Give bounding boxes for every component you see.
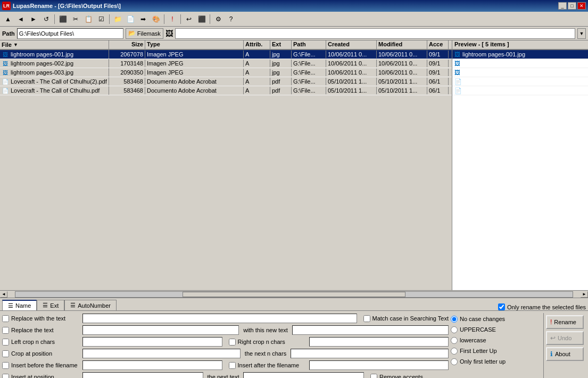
col-attrib[interactable]: Attrib. (244, 40, 270, 49)
tab-autonumber[interactable]: ☰ AutoNumber (64, 300, 117, 310)
toolbar-paste-button[interactable]: 📋 (82, 13, 94, 25)
rename-icon: ! (550, 318, 552, 326)
toolbar-select-button[interactable]: ☑ (95, 13, 107, 25)
col-acce[interactable]: Acce (427, 40, 449, 49)
path-dropdown-arrow[interactable]: ▼ (577, 28, 586, 39)
file-list-row[interactable]: 🖼 lightroom pages-002.jpg 1703148 Imagen… (0, 59, 452, 68)
scroll-right-button[interactable]: ► (581, 291, 588, 298)
replace-with-text-checkbox[interactable] (2, 315, 9, 322)
toolbar-color-button[interactable]: 🎨 (150, 13, 162, 25)
toolbar-undo2-button[interactable]: ↩ (183, 13, 195, 25)
left-crop-input[interactable] (82, 337, 222, 347)
col-modified[interactable]: Modified (377, 40, 427, 49)
insert-at-position-checkbox[interactable] (2, 374, 9, 379)
insert-before-checkbox[interactable] (2, 362, 9, 369)
toolbar-move-button[interactable]: ➡ (137, 13, 149, 25)
file-ext: pdf (270, 78, 292, 85)
col-ext[interactable]: Ext (270, 40, 292, 49)
toolbar-back-button[interactable]: ◄ (15, 13, 27, 25)
file-list-row[interactable]: 🖼 lightroom pages-001.jpg 2067078 Imagen… (0, 50, 452, 59)
tab-name-label: Name (15, 302, 31, 309)
lowercase-radio[interactable] (451, 337, 458, 344)
file-name: lightroom pages-002.jpg (11, 60, 73, 67)
toolbar-warn-button[interactable]: ! (167, 13, 178, 25)
replace-with-text-input[interactable] (82, 314, 357, 323)
about-label: About (555, 351, 570, 357)
replace-text-checkbox[interactable] (2, 327, 9, 334)
insert-after-checkbox[interactable] (229, 362, 236, 369)
preview-row[interactable]: 🖼 (452, 68, 588, 77)
left-crop-checkbox[interactable] (2, 339, 9, 346)
uppercase-label: UPPERCASE (460, 326, 496, 333)
crop-at-position-input2[interactable] (291, 349, 449, 358)
window-title: LupasRename - [G:\Files\Output Files\] (13, 3, 121, 9)
rename-button[interactable]: ! Rename (546, 315, 584, 329)
horizontal-scrollbar-area[interactable]: ◄ ► (0, 290, 588, 298)
col-created[interactable]: Created (326, 40, 377, 49)
preview-row[interactable]: 📄 (452, 86, 588, 95)
toolbar-settings-button[interactable]: ⚙ (212, 13, 224, 25)
replace-text-input1[interactable] (82, 325, 239, 335)
scrollbar-thumb[interactable] (183, 292, 405, 297)
about-button[interactable]: ℹ About (546, 347, 584, 361)
toolbar-folder-button[interactable]: 📁 (112, 13, 123, 25)
remove-accents-checkbox[interactable] (370, 374, 377, 379)
preview-row[interactable]: 🖼 (452, 59, 588, 68)
only-first-up-radio[interactable] (451, 358, 458, 365)
first-letter-up-radio[interactable] (451, 348, 458, 355)
scroll-left-button[interactable]: ◄ (0, 291, 7, 298)
toolbar-cut-button[interactable]: ✂ (70, 13, 81, 25)
crop-at-position-checkbox[interactable] (2, 350, 9, 357)
toolbar-refresh-button[interactable]: ↺ (40, 13, 52, 25)
filemask-button[interactable]: 📂 Filemask (126, 28, 163, 39)
right-crop-input[interactable] (309, 337, 449, 347)
close-button[interactable]: ✕ (577, 2, 586, 10)
right-crop-checkbox[interactable] (229, 339, 236, 346)
file-list-row[interactable]: 🖼 lightroom pages-003.jpg 2090350 Imagen… (0, 68, 452, 77)
tab-ext[interactable]: ☰ Ext (37, 300, 64, 310)
match-case-checkbox[interactable] (363, 315, 370, 322)
toolbar-help-button[interactable]: ? (225, 13, 237, 25)
file-attrib: A (244, 69, 270, 76)
toolbar-copy-button[interactable]: ⬛ (57, 13, 69, 25)
insert-at-position-row: Insert at position the next text Remove … (2, 372, 449, 378)
app-icon: LR (2, 2, 11, 10)
undo-button[interactable]: ↩ Undo (546, 331, 584, 345)
toolbar-up-button[interactable]: ▲ (2, 13, 14, 25)
preview-row[interactable]: 🖼 lightroom pages-001.jpg (452, 50, 588, 59)
path-dropdown[interactable] (175, 28, 575, 39)
insert-at-position-input2[interactable] (243, 372, 364, 378)
file-path: G:\File... (292, 78, 326, 85)
toolbar-forward-button[interactable]: ► (28, 13, 39, 25)
file-attrib: A (244, 78, 270, 85)
path-input[interactable] (17, 28, 123, 39)
preview-row[interactable]: 📄 (452, 77, 588, 86)
window-controls[interactable]: _ □ ✕ (558, 2, 586, 10)
file-list-row[interactable]: 📄 Lovecraft - The Call of Cthulhu(2).pdf… (0, 77, 452, 86)
col-path[interactable]: Path (292, 40, 326, 49)
tab-name-icon: ☰ (8, 302, 13, 309)
first-letter-up-row: First Letter Up (451, 346, 541, 356)
insert-at-position-input1[interactable] (82, 372, 203, 378)
horizontal-scrollbar[interactable] (15, 291, 573, 298)
minimize-button[interactable]: _ (558, 2, 567, 10)
toolbar-file-button[interactable]: 📄 (125, 13, 136, 25)
maximize-button[interactable]: □ (568, 2, 576, 10)
insert-before-row: Insert before the filename Insert after … (2, 360, 449, 371)
col-type[interactable]: Type (145, 40, 244, 49)
replace-text-input2[interactable] (292, 325, 449, 335)
col-file[interactable]: File ▼ (0, 40, 109, 49)
no-case-radio[interactable] (451, 316, 458, 323)
uppercase-radio[interactable] (451, 326, 458, 333)
preview-file-icon: 🖼 (454, 69, 460, 76)
insert-after-input[interactable] (309, 360, 449, 370)
insert-before-input[interactable] (82, 360, 222, 370)
col-size[interactable]: Size (109, 40, 145, 49)
file-list-row[interactable]: 📄 Lovecraft - The Call of Cthulhu.pdf 58… (0, 86, 452, 95)
only-selected-checkbox[interactable] (498, 303, 505, 310)
first-letter-up-label: First Letter Up (460, 348, 497, 354)
toolbar-history-button[interactable]: ⬛ (196, 13, 208, 25)
tab-name[interactable]: ☰ Name (2, 300, 37, 310)
filemask-icon: 📂 (128, 30, 136, 37)
crop-at-position-input1[interactable] (82, 349, 241, 358)
